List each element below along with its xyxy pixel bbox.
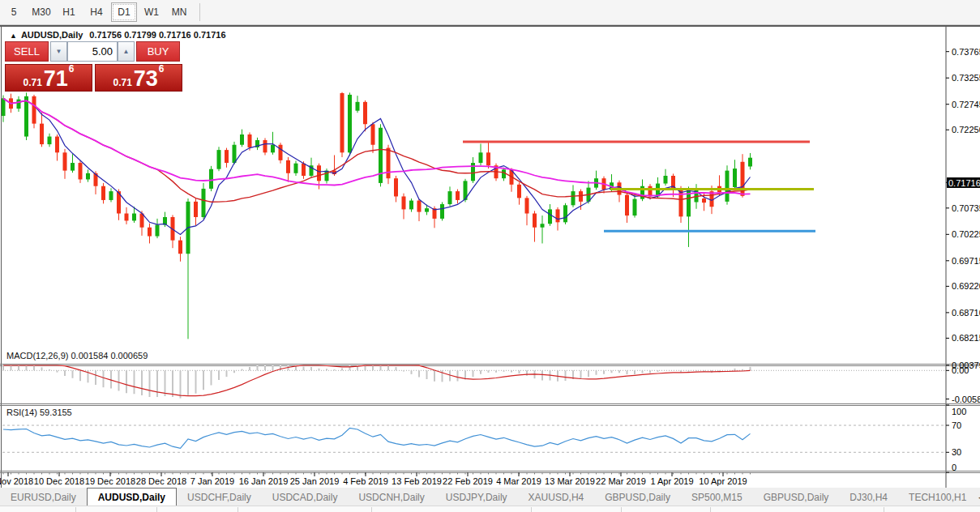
timeframe-button-h1[interactable]: H1 [56, 2, 82, 22]
sell-price-pip: 6 [69, 65, 75, 73]
rsi-label: RSI(14) 59.3155 [6, 407, 72, 417]
date-label: 30 Nov 2018 [0, 476, 33, 486]
svg-text:100: 100 [952, 407, 966, 416]
sell-price-prefix: 0.71 [23, 77, 41, 88]
date-label: 10 Dec 2018 [34, 476, 84, 486]
chart-tab-usdcad-daily[interactable]: USDCAD,Daily [262, 489, 349, 506]
date-label: 22 Feb 2019 [443, 476, 493, 486]
sell-price-box[interactable]: 0.71 71 6 [5, 64, 92, 92]
svg-text:0.69220: 0.69220 [952, 281, 980, 291]
status-separator [621, 507, 622, 512]
chart-tab-dj30-h4[interactable]: DJ30,H4 [839, 489, 898, 506]
date-label: 13 Feb 2019 [392, 476, 442, 486]
macd-label: MACD(12,26,9) 0.001584 0.000659 [6, 351, 148, 361]
date-label: 16 Jan 2019 [239, 476, 289, 486]
collapse-panel-icon[interactable]: ▲ [10, 32, 17, 40]
status-separator [371, 507, 372, 512]
svg-text:0.73255: 0.73255 [952, 73, 980, 83]
tab-scroll-left[interactable]: ◄ [977, 491, 980, 504]
chart-tab-gbpusd-daily[interactable]: GBPUSD,Daily [753, 489, 840, 506]
timeframe-button-h4[interactable]: H4 [83, 2, 109, 22]
date-label: 1 Apr 2019 [650, 476, 693, 486]
date-label: 19 Dec 2018 [85, 476, 135, 486]
buy-button[interactable]: BUY [136, 41, 180, 62]
date-label: 10 Apr 2019 [699, 476, 747, 486]
svg-text:0.72250: 0.72250 [952, 125, 980, 134]
chart-tab-xauusd-h4[interactable]: XAUUSD,H4 [518, 489, 595, 506]
svg-text:0.00: 0.00 [952, 365, 969, 375]
price-chart[interactable]: 0.737650.732550.727450.722500.712300.707… [0, 26, 980, 489]
sell-button[interactable]: SELL [5, 41, 49, 62]
chart-tab-tech100-h1[interactable]: TECH100,H1 [898, 489, 977, 506]
date-label: 25 Jan 2019 [290, 476, 340, 486]
buy-price-box[interactable]: 0.71 73 6 [95, 64, 182, 92]
svg-text:0.68215: 0.68215 [952, 333, 980, 343]
chart-tab-eurusd-daily[interactable]: EURUSD,Daily [0, 489, 87, 506]
svg-text:-0.005864: -0.005864 [952, 395, 980, 404]
current-price-tag: 0.71716 [947, 177, 980, 188]
buy-price-main: 73 [134, 69, 158, 88]
timeframe-button-d1[interactable]: D1 [111, 2, 137, 22]
one-click-trading-panel: SELL ▼ ▲ BUY 0.71 71 6 0.71 73 6 [5, 41, 186, 92]
svg-text:70: 70 [952, 420, 961, 430]
status-separator [710, 507, 711, 512]
status-separator [156, 507, 157, 512]
date-label: 4 Mar 2019 [496, 476, 541, 486]
timeframe-button-m30[interactable]: M30 [28, 2, 54, 22]
timeframe-button-mn[interactable]: MN [166, 2, 192, 22]
date-label: 28 Dec 2018 [136, 476, 186, 486]
volume-input[interactable] [67, 41, 118, 62]
buy-price-pip: 6 [159, 65, 165, 73]
chart-tab-audusd-daily[interactable]: AUDUSD,Daily [87, 488, 177, 506]
date-label: 13 Mar 2019 [545, 476, 595, 486]
sell-price-main: 71 [44, 69, 68, 88]
chart-tab-sp500-m15[interactable]: SP500,M15 [681, 489, 753, 506]
svg-text:0: 0 [952, 463, 956, 472]
timeframe-button-w1[interactable]: W1 [139, 2, 165, 22]
svg-text:0.70225: 0.70225 [952, 229, 980, 239]
date-label: 4 Feb 2019 [343, 476, 388, 486]
buy-price-prefix: 0.71 [113, 77, 131, 88]
status-separator [531, 507, 532, 512]
status-strip [0, 506, 980, 512]
svg-text:0.70735: 0.70735 [952, 203, 980, 213]
volume-decrease-button[interactable]: ▼ [50, 41, 67, 62]
chart-header: ▲AUDUSD,Daily0.71756 0.71799 0.71716 0.7… [10, 30, 226, 40]
chart-tab-bar: EURUSD,DailyAUDUSD,DailyUSDCHF,DailyUSDC… [0, 488, 980, 506]
mt4-window: { "toolbar": { "timeframes": [ {"label":… [0, 0, 980, 512]
status-separator [75, 507, 76, 512]
date-label: 22 Mar 2019 [596, 476, 646, 486]
toolbar-separator [199, 3, 200, 21]
svg-text:0.68710: 0.68710 [952, 308, 980, 318]
date-label: 7 Jan 2019 [190, 476, 234, 486]
chart-window: 0.737650.732550.727450.722500.712300.707… [0, 25, 980, 489]
chart-tab-gbpusd-daily[interactable]: GBPUSD,Daily [594, 489, 681, 506]
svg-text:0.72745: 0.72745 [952, 100, 980, 109]
timeframe-button-5[interactable]: 5 [1, 2, 27, 22]
chart-tab-usdchf-daily[interactable]: USDCHF,Daily [177, 489, 262, 506]
volume-increase-button[interactable]: ▲ [118, 41, 135, 62]
status-separator [884, 507, 884, 512]
svg-text:30: 30 [952, 447, 961, 457]
svg-text:0.73765: 0.73765 [952, 47, 980, 57]
timeframe-toolbar: 5M30H1H4D1W1MN [0, 0, 980, 25]
status-separator [238, 507, 238, 512]
chart-tab-usdcnh-daily[interactable]: USDCNH,Daily [348, 489, 434, 506]
svg-text:0.69715: 0.69715 [952, 256, 980, 266]
chart-symbol-label: AUDUSD,Daily [21, 30, 83, 40]
ohlc-values: 0.71756 0.71799 0.71716 0.71716 [89, 30, 225, 40]
chart-tab-usdjpy-daily[interactable]: USDJPY,Daily [435, 489, 518, 506]
